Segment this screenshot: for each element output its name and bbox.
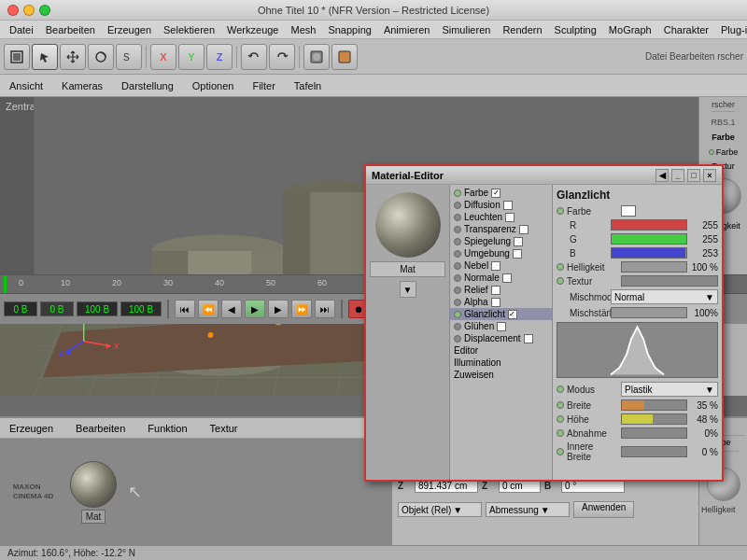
apply-button[interactable]: Anwenden	[573, 501, 634, 518]
prop-innere-radio[interactable]	[557, 448, 564, 455]
coord-system-dropdown[interactable]: Objekt (Rel) ▼	[398, 502, 482, 517]
prop-modus-dropdown[interactable]: Plastik ▼	[621, 382, 718, 397]
prop-abnahme-radio[interactable]	[557, 429, 564, 437]
tl-btn-play[interactable]: ▶	[245, 300, 265, 318]
toolbar-render-preview[interactable]	[303, 44, 330, 70]
toolbar-btn-model[interactable]	[4, 44, 30, 70]
channel-spiegelung[interactable]: Spiegelung	[450, 235, 552, 247]
menu-rendern[interactable]: Rendern	[497, 22, 547, 37]
toolbar-btn-y[interactable]: Y	[178, 44, 204, 70]
channel-cb-gluhen[interactable]	[497, 322, 506, 331]
me-close[interactable]: ×	[703, 169, 716, 182]
tafeln-menu[interactable]: Tafeln	[290, 78, 325, 93]
menu-plugins[interactable]: Plug-ins	[715, 22, 747, 37]
prop-hohe-slider[interactable]	[621, 413, 687, 425]
prop-modus-radio[interactable]	[557, 385, 564, 393]
prop-abnahme-slider[interactable]	[621, 427, 687, 439]
channel-illumination[interactable]: Illumination	[450, 357, 552, 369]
tl-btn-start[interactable]: ⏮	[175, 300, 195, 318]
view-menu[interactable]: Ansicht	[6, 78, 47, 93]
mat-preview-container[interactable]: Mat	[70, 461, 117, 524]
channel-transparenz[interactable]: Transparenz	[450, 223, 552, 235]
toolbar-btn-select[interactable]	[32, 44, 58, 70]
filter-menu[interactable]: Filter	[248, 78, 278, 93]
tab-textur[interactable]: Textur	[206, 421, 242, 436]
tl-btn-prev[interactable]: ⏪	[198, 300, 218, 318]
channel-cb-relief[interactable]	[491, 286, 500, 295]
toolbar-btn-z[interactable]: Z	[206, 44, 233, 70]
tl-btn-nextframe[interactable]: ▶	[268, 300, 289, 318]
channel-cb-displacement[interactable]	[524, 334, 533, 343]
channel-editor[interactable]: Editor	[450, 344, 552, 357]
toolbar-btn-rotate[interactable]	[88, 44, 114, 70]
menu-simulieren[interactable]: Simulieren	[436, 22, 496, 37]
prop-breite-radio[interactable]	[557, 401, 564, 409]
toolbar-render-final[interactable]	[331, 44, 358, 70]
menu-sculpting[interactable]: Sculpting	[549, 22, 602, 37]
tl-start-frame[interactable]: 0 B	[40, 301, 74, 316]
prop-textur-radio[interactable]	[557, 277, 564, 285]
channel-gluhen[interactable]: Glühen	[450, 320, 552, 332]
minimize-button[interactable]	[23, 5, 35, 16]
channel-cb-leuchten[interactable]	[505, 213, 514, 222]
menu-mograph[interactable]: MoGraph	[603, 22, 657, 37]
menu-mesh[interactable]: Mesh	[285, 22, 321, 37]
prop-farbe-radio[interactable]	[557, 207, 564, 215]
channel-diffusion[interactable]: Diffusion	[450, 199, 552, 211]
toolbar-btn-scale[interactable]: S	[116, 44, 142, 70]
prop-hell-slider[interactable]	[621, 261, 687, 273]
channel-cb-nebel[interactable]	[491, 261, 500, 271]
menu-bearbeiten[interactable]: Bearbeiten	[40, 22, 101, 37]
channel-displacement[interactable]: Displacement	[450, 332, 552, 344]
channel-glanzlicht[interactable]: Glanzlicht ✓	[450, 308, 552, 320]
toolbar-btn-undo[interactable]	[241, 44, 267, 70]
prop-hell-radio[interactable]	[557, 263, 564, 271]
channel-cb-umgebung[interactable]	[513, 249, 522, 259]
tl-btn-end[interactable]: ⏭	[315, 300, 335, 318]
cameras-menu[interactable]: Kameras	[58, 78, 106, 93]
prop-g-slider[interactable]	[611, 233, 687, 245]
channel-normale[interactable]: Normale	[450, 272, 552, 284]
tl-total-frame[interactable]: 100 B	[120, 301, 162, 316]
display-menu[interactable]: Darstellung	[118, 78, 177, 93]
menu-erzeugen[interactable]: Erzeugen	[102, 22, 157, 37]
menu-datei[interactable]: Datei	[4, 22, 39, 37]
me-minimize[interactable]: _	[671, 169, 684, 182]
tl-end-frame[interactable]: 100 B	[77, 301, 118, 316]
channel-zuweisen[interactable]: Zuweisen	[450, 369, 552, 381]
menu-werkzeuge[interactable]: Werkzeuge	[221, 22, 284, 37]
prop-breite-slider[interactable]	[621, 399, 687, 411]
channel-cb-normale[interactable]	[502, 273, 512, 283]
channel-nebel[interactable]: Nebel	[450, 259, 552, 272]
channel-cb-alpha[interactable]	[491, 298, 500, 307]
channel-relief[interactable]: Relief	[450, 284, 552, 296]
channel-leuchten[interactable]: Leuchten	[450, 211, 552, 223]
menu-selektieren[interactable]: Selektieren	[158, 22, 220, 37]
tl-btn-next[interactable]: ⏩	[291, 300, 312, 318]
prop-r-slider[interactable]	[611, 219, 687, 231]
prop-hohe-radio[interactable]	[557, 415, 564, 423]
prop-mischmodus-dropdown[interactable]: Normal ▼	[611, 289, 718, 304]
toolbar-btn-redo[interactable]	[269, 44, 295, 70]
close-button[interactable]	[7, 5, 19, 16]
prop-farbe-color[interactable]	[621, 205, 636, 217]
toolbar-btn-move[interactable]	[60, 44, 86, 70]
menu-animieren[interactable]: Animieren	[378, 22, 436, 37]
tab-funktion[interactable]: Funktion	[144, 421, 190, 436]
options-menu[interactable]: Optionen	[189, 78, 238, 93]
playhead[interactable]	[4, 275, 7, 293]
measure-dropdown[interactable]: Abmessung ▼	[486, 502, 570, 517]
prop-b-slider[interactable]	[611, 247, 687, 259]
channel-cb-diffusion[interactable]	[503, 201, 513, 210]
channel-cb-spiegelung[interactable]	[514, 237, 523, 246]
tab-bearbeiten[interactable]: Bearbeiten	[72, 421, 129, 436]
toolbar-btn-x[interactable]: X	[150, 44, 176, 70]
menu-snapping[interactable]: Snapping	[322, 22, 377, 37]
channel-farbe[interactable]: Farbe ✓	[450, 187, 552, 199]
channel-umgebung[interactable]: Umgebung	[450, 247, 552, 259]
prop-textur-slider[interactable]	[621, 275, 718, 287]
me-nav-left[interactable]: ◀	[655, 169, 669, 182]
prop-innere-slider[interactable]	[621, 446, 687, 457]
channel-cb-glanzlicht[interactable]: ✓	[508, 310, 517, 319]
channel-cb-farbe[interactable]: ✓	[491, 189, 500, 198]
